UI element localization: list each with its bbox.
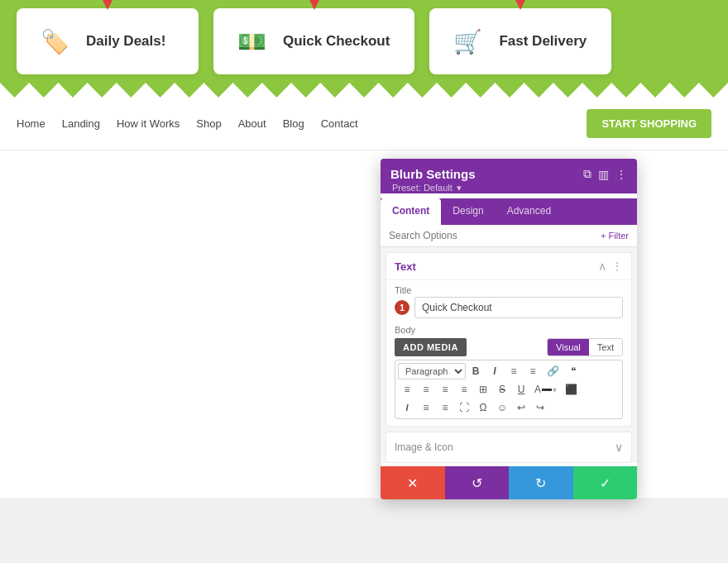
font-color-button[interactable]: A ▾ — [531, 381, 560, 398]
add-media-button[interactable]: ADD MEDIA — [395, 338, 467, 356]
rte-row-1: Paragraph B I ≡ ≡ 🔗 ❝ — [398, 363, 620, 379]
image-icon-header[interactable]: Image & Icon ∨ — [386, 432, 631, 462]
filter-button[interactable]: + Filter — [601, 231, 629, 241]
align-justify-button[interactable]: ≡ — [455, 381, 473, 398]
banner-card-daily-deals: 🏷️ Daily Deals! — [17, 8, 199, 74]
underline-button[interactable]: U — [512, 381, 530, 398]
daily-deals-label: Daily Deals! — [86, 33, 165, 50]
panel-columns-icon[interactable]: ▥ — [598, 168, 609, 181]
panel-popout-icon[interactable]: ⧉ — [583, 167, 592, 181]
panel-tabs: Content Design Advanced — [381, 198, 637, 225]
cancel-button[interactable]: ✕ — [381, 466, 445, 499]
reset-button[interactable]: ↺ — [445, 466, 510, 499]
search-input[interactable] — [389, 230, 596, 241]
top-banner: 🏷️ Daily Deals! 💵 Quick Checkout 🛒 Fast … — [0, 0, 728, 98]
nav-blog[interactable]: Blog — [283, 117, 304, 130]
svg-marker-3 — [309, 0, 320, 10]
text-section-header: Text ∧ ⋮ — [386, 253, 631, 280]
panel-body: + Filter Text ∧ ⋮ Title 1 — [381, 225, 637, 463]
panel-title: Blurb Settings — [390, 167, 476, 181]
navbar: Home Landing How it Works Shop About Blo… — [0, 98, 728, 150]
bold-button[interactable]: B — [467, 363, 485, 379]
preset-chevron-icon: ▾ — [457, 183, 462, 193]
banner-card-quick-checkout: 💵 Quick Checkout — [213, 8, 414, 74]
text-section: Text ∧ ⋮ Title 1 Body ADD MEDIA — [386, 252, 632, 427]
svg-marker-5 — [515, 0, 526, 10]
red-arrow-2 — [298, 0, 331, 10]
outdent-button[interactable]: ≡ — [436, 399, 454, 416]
unordered-list-button[interactable]: ≡ — [505, 363, 523, 379]
red-arrow-1 — [91, 0, 124, 10]
red-arrow-3 — [504, 0, 537, 10]
nav-contact[interactable]: Contact — [321, 117, 358, 130]
undo-button[interactable]: ↩ — [512, 399, 530, 416]
nav-about[interactable]: About — [238, 117, 266, 130]
text-section-icons: ∧ ⋮ — [598, 260, 623, 273]
nav-shop[interactable]: Shop — [196, 117, 221, 130]
blurb-settings-panel: Blurb Settings ⧉ ▥ ⋮ Preset: Default ▾ C… — [381, 159, 637, 499]
strikethrough-button[interactable]: S — [493, 381, 511, 398]
image-icon-section: Image & Icon ∨ — [386, 432, 632, 463]
daily-deals-icon: 🏷️ — [33, 20, 76, 63]
nav-landing[interactable]: Landing — [62, 117, 100, 130]
quick-checkout-icon: 💵 — [230, 20, 273, 63]
rte-row-2: ≡ ≡ ≡ ≡ ⊞ S U A ▾ ⬛ — [398, 381, 620, 398]
text-button[interactable]: Text — [589, 339, 622, 355]
omega-button[interactable]: Ω — [474, 399, 492, 416]
panel-preset[interactable]: Preset: Default ▾ — [390, 183, 627, 193]
panel-header-icons: ⧉ ▥ ⋮ — [583, 167, 627, 181]
banner-card-fast-delivery: 🛒 Fast Delivery — [429, 8, 611, 74]
fast-delivery-label: Fast Delivery — [499, 33, 587, 50]
refresh-button[interactable]: ↻ — [509, 466, 573, 499]
nav-how-it-works[interactable]: How it Works — [117, 117, 180, 130]
tab-advanced[interactable]: Advanced — [496, 198, 563, 225]
ordered-list-button[interactable]: ≡ — [524, 363, 542, 379]
nav-home[interactable]: Home — [17, 117, 46, 130]
visual-button[interactable]: Visual — [548, 339, 589, 355]
body-label: Body — [395, 325, 623, 335]
main-content: Blurb Settings ⧉ ▥ ⋮ Preset: Default ▾ C… — [0, 150, 728, 498]
fullscreen-button[interactable]: ⛶ — [455, 399, 473, 416]
rte-toolbar: Paragraph B I ≡ ≡ 🔗 ❝ ≡ ≡ — [395, 360, 623, 419]
link-button[interactable]: 🔗 — [543, 363, 563, 379]
emoji-button[interactable]: ☺ — [493, 399, 511, 416]
image-icon-label: Image & Icon — [395, 441, 453, 453]
visual-text-group: Visual Text — [547, 338, 623, 356]
panel-more-icon[interactable]: ⋮ — [615, 168, 627, 181]
rte-row-3: I ≡ ≡ ⛶ Ω ☺ ↩ ↪ — [398, 399, 620, 416]
align-right-button[interactable]: ≡ — [436, 381, 454, 398]
more-formats-button[interactable]: ⬛ — [561, 381, 582, 398]
image-icon-chevron-icon: ∨ — [615, 441, 623, 454]
italic-button[interactable]: I — [486, 363, 504, 379]
redo-button[interactable]: ↪ — [531, 399, 549, 416]
title-field-row: 1 — [386, 297, 631, 325]
blockquote-button[interactable]: ❝ — [564, 363, 582, 379]
title-badge: 1 — [395, 300, 410, 315]
banner-bottom-decoration — [0, 83, 728, 98]
align-center-button[interactable]: ≡ — [417, 381, 435, 398]
paragraph-select[interactable]: Paragraph — [398, 363, 466, 379]
svg-marker-1 — [102, 0, 113, 10]
panel-header: Blurb Settings ⧉ ▥ ⋮ Preset: Default ▾ — [381, 159, 637, 193]
nav-links: Home Landing How it Works Shop About Blo… — [17, 117, 358, 130]
banner-cards: 🏷️ Daily Deals! 💵 Quick Checkout 🛒 Fast … — [0, 8, 728, 83]
tab-design[interactable]: Design — [441, 198, 495, 225]
section-more-icon[interactable]: ⋮ — [611, 260, 623, 273]
tab-content[interactable]: Content — [381, 198, 441, 225]
text-section-title: Text — [395, 260, 416, 273]
body-toolbar-top: ADD MEDIA Visual Text — [395, 338, 623, 356]
confirm-button[interactable]: ✓ — [573, 466, 638, 499]
start-shopping-button[interactable]: START SHOPPING — [587, 109, 711, 138]
indent-button[interactable]: ≡ — [417, 399, 435, 416]
fast-delivery-icon: 🛒 — [446, 20, 489, 63]
panel-search-bar: + Filter — [381, 225, 637, 247]
collapse-icon[interactable]: ∧ — [598, 260, 606, 273]
quick-checkout-label: Quick Checkout — [283, 33, 390, 50]
italic2-button[interactable]: I — [398, 400, 416, 415]
body-section: Body ADD MEDIA Visual Text Para — [386, 325, 631, 426]
panel-actions: ✕ ↺ ↻ ✓ — [381, 466, 637, 499]
title-field-label: Title — [386, 280, 631, 297]
title-input[interactable] — [414, 297, 623, 318]
table-button[interactable]: ⊞ — [474, 381, 492, 398]
align-left-button[interactable]: ≡ — [398, 381, 416, 398]
